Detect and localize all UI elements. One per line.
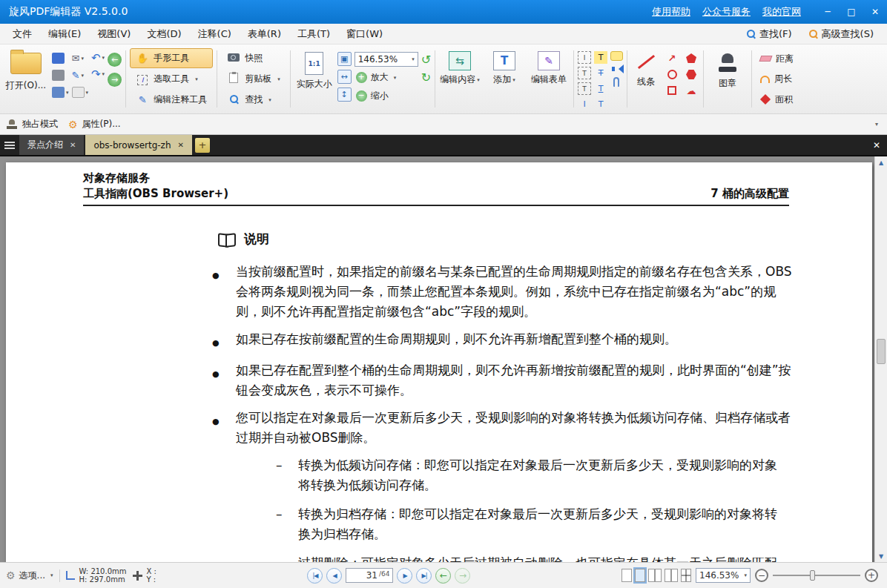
export-button[interactable]: ▾	[52, 87, 69, 98]
print-icon[interactable]	[52, 70, 65, 81]
email-button[interactable]: ✉▾	[72, 53, 89, 64]
two-page-mode-icon[interactable]	[648, 569, 662, 582]
menu-item-comment[interactable]: 注释(C)	[190, 24, 240, 44]
perimeter-tool-button[interactable]: 周长	[757, 70, 797, 88]
arrow-shape-icon[interactable]: ↗	[668, 53, 676, 63]
help-link[interactable]: 使用帮助	[652, 5, 690, 19]
close-tab-icon[interactable]: ✕	[178, 141, 184, 149]
audio-comment-icon[interactable]	[610, 64, 623, 74]
pentagon-shape-icon[interactable]	[686, 53, 696, 63]
next-view-button[interactable]: →	[455, 568, 470, 584]
stamp-button[interactable]: 图章	[708, 47, 748, 111]
circle-shape-icon[interactable]	[667, 70, 677, 79]
underline-text-icon[interactable]: T	[594, 82, 607, 95]
menu-item-file[interactable]: 文件	[4, 24, 40, 44]
actual-size-button[interactable]: 1:1 实际大小	[294, 47, 334, 111]
previous-page-button[interactable]: ◀	[326, 568, 342, 584]
maximize-button[interactable]: □	[840, 0, 863, 24]
scroll-down-icon[interactable]: ▼	[875, 550, 887, 562]
two-page-continuous-mode-icon[interactable]	[665, 569, 678, 582]
close-document-button[interactable]: ✕	[866, 140, 887, 151]
first-page-button[interactable]: |◀	[307, 568, 323, 584]
close-button[interactable]: ✕	[863, 0, 887, 24]
edit-form-button[interactable]: ✎ 编辑表单	[528, 47, 570, 111]
find-button[interactable]: 查找(F)	[740, 25, 798, 43]
menu-item-view[interactable]: 视图(V)	[89, 24, 139, 44]
attachment-icon[interactable]	[613, 77, 619, 87]
statusbar-zoom-combobox[interactable]: 146.53% ▾	[696, 568, 751, 583]
zoom-slider[interactable]	[773, 568, 860, 583]
zoom-in-button[interactable]: + 放大 ▾	[355, 70, 418, 85]
menu-item-document[interactable]: 文档(D)	[139, 24, 189, 44]
tab-obs-browsertg-zh[interactable]: obs-browsertg-zh ✕	[85, 135, 192, 155]
vertical-scrollbar[interactable]: ▲ ▼	[874, 156, 887, 562]
wechat-service-link[interactable]: 公众号服务	[702, 5, 751, 19]
highlight-text-icon[interactable]: T	[594, 51, 607, 64]
new-doc-button[interactable]: ▾	[72, 87, 89, 98]
tab-list-menu-icon[interactable]	[0, 135, 19, 155]
ibeam-icon[interactable]: I	[578, 98, 591, 110]
sign-button[interactable]: ✎▾	[72, 70, 89, 81]
minimize-button[interactable]: ─	[816, 0, 840, 24]
clipboard-button[interactable]: 剪贴板 ▾	[221, 69, 286, 89]
next-page-button[interactable]: ▶	[397, 568, 412, 584]
go-forward-button[interactable]: →	[108, 73, 122, 87]
rectangle-shape-icon[interactable]	[667, 86, 676, 95]
menu-item-form[interactable]: 表单(R)	[240, 24, 289, 44]
select-tool-button[interactable]: I 选取工具 ▾	[130, 69, 213, 89]
tab-scenic-intro[interactable]: 景点介绍 ✕	[19, 135, 84, 155]
callout-box-icon[interactable]: T	[578, 82, 591, 95]
edit-annotation-tool-button[interactable]: ✎ 编辑注释工具	[130, 90, 213, 110]
area-tool-button[interactable]: 面积	[757, 90, 797, 108]
go-back-button[interactable]: ←	[108, 53, 122, 67]
zoom-out-button[interactable]: − 缩小	[355, 88, 418, 104]
note-comment-icon[interactable]	[610, 51, 623, 61]
snapshot-button[interactable]: 快照	[221, 48, 286, 68]
single-page-mode-icon[interactable]	[621, 569, 632, 582]
close-tab-icon[interactable]: ✕	[70, 141, 76, 149]
line-tool-button[interactable]: 线条	[631, 47, 661, 111]
previous-view-button[interactable]: ←	[435, 568, 451, 584]
rotate-left-button[interactable]: ↺	[421, 53, 431, 67]
rotate-right-button[interactable]: ↻	[421, 71, 431, 85]
official-site-link[interactable]: 我的官网	[762, 5, 801, 19]
exclusive-mode-button[interactable]: 独占模式	[6, 118, 58, 131]
find-tool-button[interactable]: 查找 ▾	[221, 90, 286, 110]
add-button[interactable]: T 添加▾	[484, 47, 525, 111]
strikethrough-text-icon[interactable]: T	[594, 67, 607, 79]
zoom-level-combobox[interactable]: 146.53% ▾	[355, 52, 418, 67]
zoom-out-slider-button[interactable]: −	[755, 569, 768, 582]
scrollbar-thumb[interactable]	[877, 339, 886, 364]
text-color-icon[interactable]: T	[594, 98, 607, 110]
edit-content-button[interactable]: ⇆ 编辑内容▾	[439, 47, 481, 111]
grid-mode-icon[interactable]	[681, 569, 691, 582]
polygon-shape-icon[interactable]	[686, 70, 696, 79]
last-page-button[interactable]: ▶|	[416, 568, 432, 584]
text-select-icon[interactable]: I	[578, 51, 591, 64]
save-icon[interactable]	[52, 53, 65, 64]
options-button[interactable]: ⚙ 选项... ▾	[6, 569, 60, 582]
undo-button[interactable]: ↶▾	[91, 53, 105, 63]
text-box-icon[interactable]: T	[578, 67, 591, 79]
slider-thumb[interactable]	[810, 570, 815, 581]
menu-item-window[interactable]: 窗口(W)	[338, 24, 391, 44]
pdf-page[interactable]: 对象存储服务 工具指南(OBS Browser+) 7 桶的高级配置 说明 ● …	[6, 162, 872, 562]
open-button[interactable]: 打开(O)...	[3, 47, 49, 111]
hand-tool-button[interactable]: ✋ 手形工具	[130, 48, 213, 68]
toolbar-overflow-button[interactable]: ▾	[872, 119, 881, 129]
redo-button[interactable]: ↷▾	[91, 69, 105, 79]
scroll-up-icon[interactable]: ▲	[875, 156, 887, 168]
new-tab-button[interactable]: +	[195, 138, 210, 153]
page-number-input[interactable]: 31 /64	[346, 568, 393, 583]
cloud-shape-icon[interactable]: ☁	[687, 86, 696, 96]
fit-page-button[interactable]: ▣	[337, 52, 352, 66]
fit-width-button[interactable]: ↔	[337, 70, 352, 84]
menu-item-tools[interactable]: 工具(T)	[289, 24, 338, 44]
properties-button[interactable]: ⚙ 属性(P)...	[68, 118, 121, 131]
advanced-find-button[interactable]: 高级查找(S)	[802, 25, 880, 43]
zoom-in-slider-button[interactable]: +	[865, 569, 878, 582]
fit-height-button[interactable]: ↕	[337, 87, 352, 102]
distance-tool-button[interactable]: 距离	[757, 50, 797, 67]
continuous-mode-icon[interactable]	[635, 569, 645, 582]
menu-item-edit[interactable]: 编辑(E)	[40, 24, 89, 44]
